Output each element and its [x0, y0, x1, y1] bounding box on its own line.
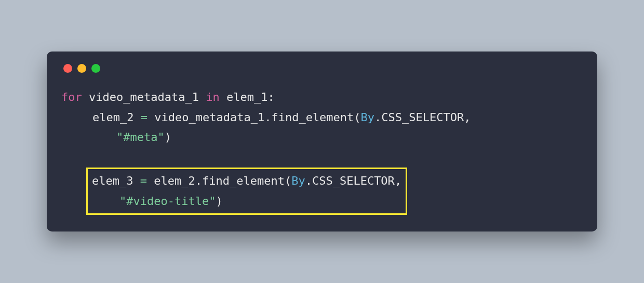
class-name: By — [361, 111, 375, 124]
dot: . — [195, 174, 202, 187]
string-literal: "#meta" — [116, 131, 165, 144]
highlighted-block: elem_3 = elem_2.find_element(By.CSS_SELE… — [86, 168, 407, 215]
rparen: ) — [216, 195, 222, 208]
variable: elem_3 — [92, 174, 133, 187]
comma: , — [464, 111, 471, 124]
variable: elem_1 — [226, 91, 267, 104]
blank-line — [61, 148, 583, 168]
dot: . — [264, 111, 271, 124]
code-line-2: elem_2 = video_metadata_1.find_element(B… — [61, 108, 583, 128]
attribute: CSS_SELECTOR — [381, 111, 464, 124]
keyword-in: in — [206, 91, 220, 104]
class-name: By — [291, 174, 305, 187]
attribute: CSS_SELECTOR — [312, 174, 395, 187]
keyword-for: for — [61, 91, 82, 104]
code-block: for video_metadata_1 in elem_1:elem_2 = … — [61, 87, 583, 215]
rparen: ) — [165, 131, 171, 144]
variable: elem_2 — [154, 174, 195, 187]
maximize-icon[interactable] — [91, 64, 100, 73]
code-line-4: elem_3 = elem_2.find_element(By.CSS_SELE… — [92, 171, 401, 191]
string-literal: "#video-title" — [119, 195, 216, 208]
dot: . — [374, 111, 381, 124]
variable: video_metadata_1 — [89, 91, 199, 104]
lparen: ( — [354, 111, 360, 124]
operator-eq: = — [140, 174, 147, 187]
variable: video_metadata_1 — [154, 111, 264, 124]
traffic-lights — [63, 64, 583, 73]
colon: : — [267, 91, 274, 104]
close-icon[interactable] — [63, 64, 72, 73]
operator-eq: = — [141, 111, 147, 124]
comma: , — [395, 174, 401, 187]
variable: elem_2 — [92, 111, 133, 124]
code-line-5: "#video-title") — [92, 191, 401, 212]
dot: . — [305, 174, 312, 187]
code-line-3: "#meta") — [61, 127, 583, 148]
code-window: for video_metadata_1 in elem_1:elem_2 = … — [47, 52, 597, 231]
minimize-icon[interactable] — [77, 64, 86, 73]
method: find_element — [202, 174, 285, 187]
method: find_element — [271, 111, 354, 124]
code-line-1: for video_metadata_1 in elem_1: — [61, 87, 583, 108]
lparen: ( — [285, 174, 291, 187]
